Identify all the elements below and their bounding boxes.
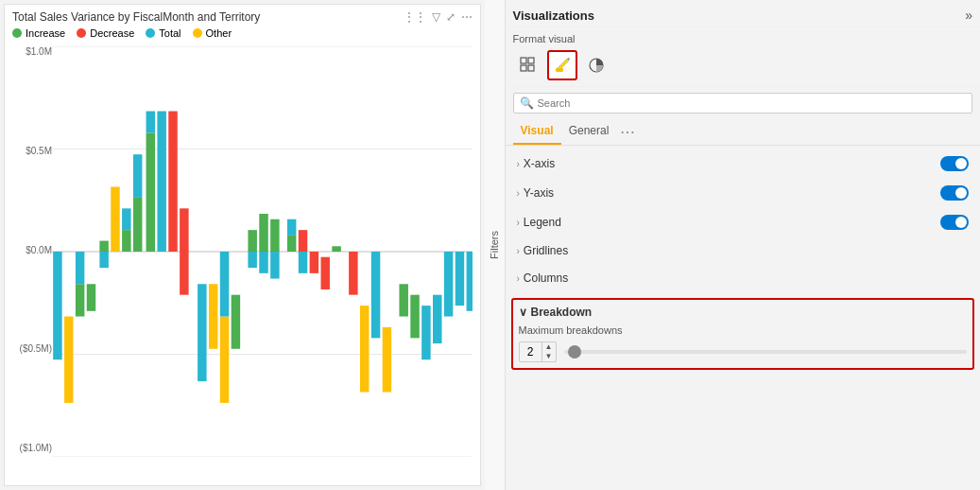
svg-rect-47 [433,295,441,343]
legend-option[interactable]: › Legend [506,208,981,237]
svg-rect-41 [360,306,369,392]
y-label: ($1.0M) [20,443,52,453]
y-axis-toggle[interactable] [940,185,969,201]
breakdown-value: 2 [520,343,542,360]
svg-rect-6 [64,317,73,403]
x-axis-toggle[interactable] [940,156,969,171]
y-label: $0.5M [26,146,52,156]
svg-rect-49 [456,252,464,306]
format-visual-label: Format visual [506,27,981,48]
svg-rect-36 [299,252,307,273]
svg-rect-11 [99,252,108,268]
viz-toolbar [506,48,981,87]
svg-rect-30 [259,252,267,273]
legend-item: Total [146,27,181,39]
viz-header: Visualizations » [506,0,981,27]
breakdown-max-label: Maximum breakdowns [519,324,968,336]
svg-rect-14 [122,208,130,230]
search-icon: 🔍 [520,96,534,110]
legend-item-label: Total [159,27,181,39]
svg-rect-42 [371,252,380,338]
viz-title: Visualizations [513,9,594,23]
breakdown-down-arrow[interactable]: ▼ [542,352,556,361]
legend-item-label: Other [206,27,232,39]
columns-option[interactable]: › Columns [506,265,981,292]
svg-rect-28 [248,252,256,268]
analytics-tool-button[interactable] [581,50,611,80]
svg-rect-9 [87,284,95,311]
chart-title: Total Sales Variance by FiscalMonth and … [12,10,260,24]
format-tool-button[interactable] [547,50,577,80]
more-icon[interactable]: ⋯ [461,10,473,24]
analytics-icon [588,57,605,74]
chart-header: Total Sales Variance by FiscalMonth and … [5,5,480,24]
breakdown-up-arrow[interactable]: ▲ [542,342,556,352]
breakdown-control: 2 ▲ ▼ [519,341,968,362]
x-axis-chevron: › [517,159,520,169]
filters-label: Filters [489,231,500,259]
columns-label: › Columns [517,271,569,285]
svg-rect-24 [220,317,229,403]
svg-rect-7 [76,284,84,316]
legend-item-label: Increase [26,27,65,39]
chart-panel: Total Sales Variance by FiscalMonth and … [4,4,481,486]
svg-rect-12 [111,186,119,252]
x-axis-option[interactable]: › X-axis [506,149,981,179]
breakdown-slider-thumb[interactable] [568,345,581,359]
breakdown-number-input[interactable]: 2 ▲ ▼ [519,341,557,362]
viz-panel: Visualizations » Format visual [506,0,981,490]
svg-rect-32 [270,252,279,279]
y-label: $0.0M [26,245,52,255]
svg-rect-82 [521,65,526,71]
svg-rect-34 [287,219,296,236]
grid-icon [520,57,537,74]
filter-icon[interactable]: ▽ [432,10,440,24]
svg-rect-83 [528,65,534,71]
focus-icon[interactable]: ⤢ [446,10,456,24]
svg-rect-48 [444,252,453,317]
grid-tool-button[interactable] [513,50,543,80]
svg-rect-44 [399,284,407,316]
svg-rect-35 [299,230,307,252]
y-axis-chevron: › [517,188,520,199]
svg-rect-10 [99,241,108,252]
viz-options-list: › X-axis › Y-axis › Legend › Gridlines [506,146,981,490]
tab-more-button[interactable]: ⋯ [616,119,639,145]
svg-rect-40 [349,252,357,295]
svg-rect-46 [421,306,430,359]
svg-rect-19 [157,112,165,252]
y-axis-option[interactable]: › Y-axis [506,179,981,208]
svg-rect-21 [180,208,188,294]
breakdown-arrows: ▲ ▼ [542,342,556,361]
x-axis-label: › X-axis [517,157,556,170]
tab-general[interactable]: General [561,119,617,145]
legend-label: › Legend [517,216,561,229]
search-box[interactable]: 🔍 [513,93,973,114]
svg-rect-39 [332,246,340,252]
svg-rect-50 [467,252,473,311]
svg-rect-29 [259,214,267,252]
svg-rect-13 [122,230,130,252]
svg-rect-26 [232,295,240,349]
y-axis-label: › Y-axis [517,186,555,200]
svg-rect-22 [198,284,206,381]
legend-color-dot [77,28,86,38]
bar-chart-svg: Jan Other OH NC Feb Other OH PA Mar OH P… [52,46,473,457]
legend-toggle[interactable] [940,215,969,230]
svg-rect-31 [270,219,279,252]
svg-rect-80 [521,58,526,63]
chart-legend: IncreaseDecreaseTotalOther [5,24,480,43]
filters-tab[interactable]: Filters [485,0,506,490]
paint-icon [554,57,571,74]
gridlines-option[interactable]: › Gridlines [506,237,981,265]
svg-marker-85 [558,59,569,70]
search-input[interactable] [538,97,967,109]
breakdown-title: ∨ Breakdown [519,306,968,319]
svg-rect-18 [146,112,155,133]
svg-rect-25 [220,252,229,317]
tab-visual[interactable]: Visual [513,119,561,145]
viz-expand-button[interactable]: » [965,8,972,23]
legend-item: Other [193,27,232,39]
gridlines-label: › Gridlines [517,244,569,257]
breakdown-slider[interactable] [564,350,968,354]
